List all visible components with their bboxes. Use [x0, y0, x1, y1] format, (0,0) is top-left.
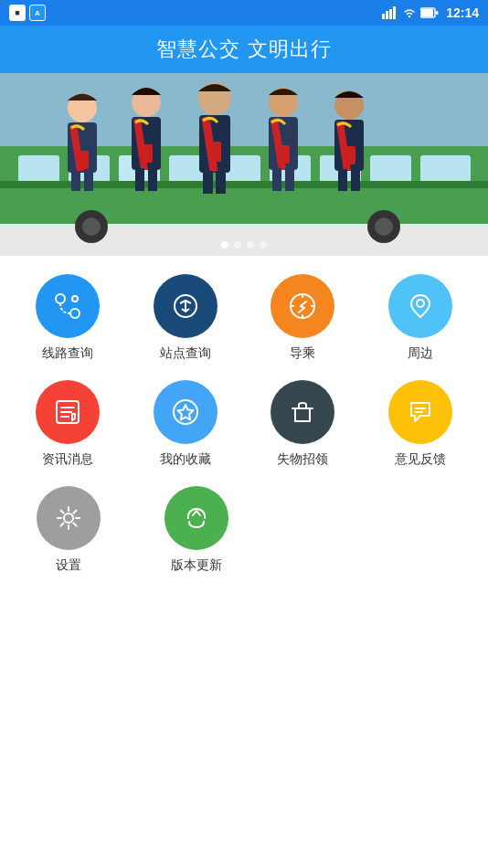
- grid-item-lost-found[interactable]: 失物招领: [252, 380, 353, 468]
- grid-item-settings[interactable]: 设置: [18, 486, 119, 574]
- grid-item-stop-query[interactable]: 站点查询: [135, 274, 236, 362]
- svg-rect-10: [18, 155, 59, 183]
- banner-image: [0, 73, 488, 256]
- settings-label: 设置: [56, 557, 81, 574]
- svg-rect-41: [277, 145, 290, 164]
- battery-icon: [420, 7, 439, 18]
- svg-rect-27: [71, 171, 80, 191]
- svg-point-21: [82, 217, 101, 236]
- nearby-icon-circle: [388, 274, 452, 338]
- signal-icon: [382, 6, 398, 19]
- lost-found-icon-circle: [271, 380, 334, 444]
- grid-item-feedback[interactable]: 意见反馈: [370, 380, 471, 468]
- svg-point-50: [70, 309, 80, 318]
- svg-rect-37: [203, 171, 213, 194]
- grid-item-route-query[interactable]: 线路查询: [17, 274, 118, 362]
- svg-rect-42: [272, 168, 281, 191]
- app-header: 智慧公交 文明出行: [0, 26, 488, 73]
- svg-point-51: [72, 296, 78, 302]
- news-label: 资讯消息: [42, 451, 93, 468]
- favorites-label: 我的收藏: [160, 451, 211, 468]
- svg-rect-17: [370, 155, 411, 183]
- svg-rect-48: [351, 169, 360, 191]
- svg-rect-1: [386, 11, 388, 19]
- grid-row-2: 资讯消息 我的收藏 失物招领: [9, 380, 479, 468]
- dot-3[interactable]: [247, 241, 254, 249]
- stop-query-icon-circle: [154, 274, 217, 338]
- svg-point-49: [56, 294, 65, 303]
- banner-area[interactable]: [0, 73, 488, 256]
- grid-item-favorites[interactable]: 我的收藏: [135, 380, 236, 468]
- svg-rect-47: [338, 169, 347, 191]
- svg-point-56: [174, 400, 197, 424]
- menu-grid: 线路查询 站点查询: [0, 256, 488, 601]
- grid-item-guide[interactable]: 导乘: [252, 274, 353, 362]
- svg-rect-43: [285, 168, 294, 191]
- dot-4[interactable]: [260, 241, 267, 249]
- svg-rect-31: [140, 144, 153, 163]
- svg-rect-38: [216, 171, 226, 194]
- update-label: 版本更新: [171, 557, 222, 574]
- svg-point-57: [64, 513, 73, 523]
- grid-row-1: 线路查询 站点查询: [9, 274, 479, 362]
- svg-rect-36: [208, 142, 221, 162]
- svg-point-23: [375, 217, 393, 236]
- guide-icon-circle: [271, 274, 334, 338]
- guide-label: 导乘: [290, 345, 315, 362]
- lost-found-label: 失物招领: [277, 451, 328, 468]
- svg-rect-18: [420, 155, 471, 183]
- svg-rect-5: [421, 9, 433, 16]
- status-bar: ■ A 12:14: [0, 0, 488, 26]
- time-display: 12:14: [446, 5, 479, 20]
- news-icon-circle: [36, 380, 100, 444]
- app-icon-2: A: [29, 5, 46, 21]
- grid-item-update[interactable]: 版本更新: [146, 486, 247, 574]
- svg-rect-33: [148, 168, 157, 191]
- route-query-label: 线路查询: [42, 345, 93, 362]
- banner-dots: [221, 241, 267, 249]
- settings-icon-circle: [37, 486, 101, 550]
- svg-rect-46: [343, 146, 355, 164]
- app-icon-1: ■: [9, 5, 26, 21]
- route-query-icon-circle: [36, 274, 100, 338]
- svg-rect-3: [393, 6, 396, 19]
- svg-rect-32: [135, 168, 144, 191]
- feedback-icon-circle: [388, 380, 452, 444]
- svg-rect-2: [389, 9, 392, 19]
- svg-rect-26: [76, 151, 89, 169]
- grid-row-3: 设置 版本更新: [9, 486, 479, 574]
- svg-rect-0: [382, 14, 385, 19]
- status-left-icons: ■ A: [9, 5, 46, 21]
- svg-point-54: [417, 300, 424, 307]
- bottom-area: [0, 601, 488, 868]
- stop-query-label: 站点查询: [160, 345, 211, 362]
- svg-rect-6: [436, 11, 439, 15]
- update-icon-circle: [164, 486, 228, 550]
- dot-2[interactable]: [234, 241, 241, 249]
- svg-rect-28: [84, 171, 93, 191]
- nearby-label: 周边: [408, 345, 433, 362]
- grid-item-nearby[interactable]: 周边: [370, 274, 471, 362]
- status-right-icons: 12:14: [382, 5, 479, 20]
- wifi-icon: [402, 7, 417, 18]
- favorites-icon-circle: [154, 380, 217, 444]
- grid-item-news[interactable]: 资讯消息: [17, 380, 118, 468]
- app-title: 智慧公交 文明出行: [156, 36, 331, 63]
- dot-1[interactable]: [221, 241, 228, 249]
- feedback-label: 意见反馈: [395, 451, 446, 468]
